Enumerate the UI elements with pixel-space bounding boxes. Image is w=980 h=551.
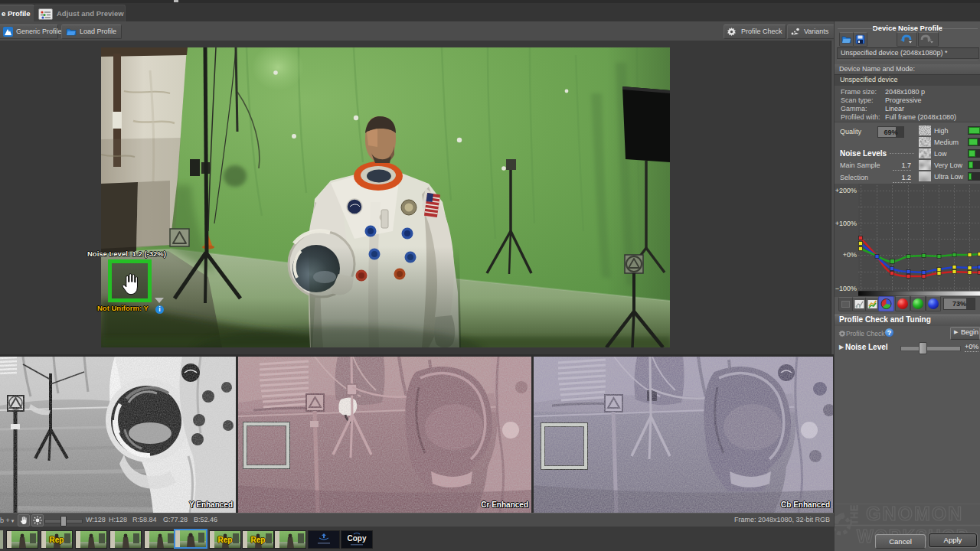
svg-text:+200%: +200% — [835, 187, 857, 194]
svg-text:+100%: +100% — [835, 220, 857, 227]
svg-text:THE: THE — [849, 504, 860, 525]
svg-text:−100%: −100% — [835, 285, 857, 292]
svg-text:GNOMON: GNOMON — [866, 503, 963, 524]
svg-text:+0%: +0% — [843, 251, 857, 259]
